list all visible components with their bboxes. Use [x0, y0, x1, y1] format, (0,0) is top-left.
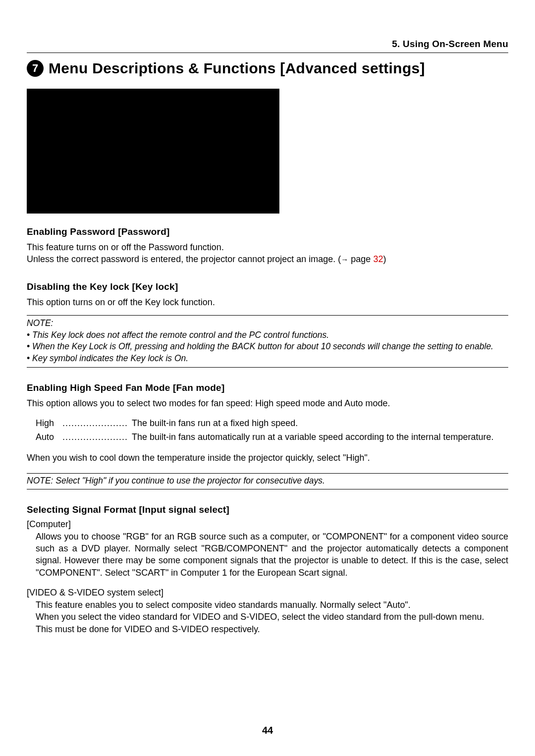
section-number-badge: 7 [27, 60, 44, 77]
keylock-body: This option turns on or off the Key lock… [27, 296, 508, 308]
fan-high-label: High [36, 417, 60, 431]
chapter-header: 5. Using On-Screen Menu [27, 39, 508, 53]
keylock-heading: Disabling the Key lock [Key lock] [27, 281, 508, 292]
password-line2b: page [348, 254, 373, 264]
fan-mode-list: High ...................... The built-in… [36, 417, 508, 444]
signal-video-body: This feature enables you to select compo… [36, 599, 508, 635]
dots-leader: ...................... [62, 431, 128, 444]
section-title: Menu Descriptions & Functions [Advanced … [49, 60, 425, 77]
password-line2c: ) [383, 254, 386, 264]
keylock-note-1: • This Key lock does not affect the remo… [27, 329, 508, 341]
password-heading: Enabling Password [Password] [27, 226, 508, 237]
signal-computer-label: [Computer] [27, 519, 508, 530]
password-body: This feature turns on or off the Passwor… [27, 241, 508, 266]
fan-row-high: High ...................... The built-in… [36, 417, 508, 431]
signal-video-line2: When you select the video standard for V… [36, 612, 484, 622]
keylock-note-2: • When the Key Lock is Off, pressing and… [27, 341, 508, 353]
signal-heading: Selecting Signal Format [Input signal se… [27, 504, 508, 515]
fan-high-desc: The built-in fans run at a fixed high sp… [132, 417, 298, 431]
password-line1: This feature turns on or off the Passwor… [27, 242, 224, 252]
password-line2a: Unless the correct password is entered, … [27, 254, 341, 264]
fan-auto-label: Auto [36, 431, 60, 444]
fan-body: This option allows you to select two mod… [27, 397, 508, 409]
page-container: 5. Using On-Screen Menu 7 Menu Descripti… [0, 0, 535, 756]
page-reference-link[interactable]: 32 [373, 254, 383, 264]
fan-note: NOTE: Select "High" if you continue to u… [27, 473, 508, 489]
signal-video-line1: This feature enables you to select compo… [36, 600, 411, 610]
menu-screenshot-placeholder [27, 89, 279, 214]
note-label: NOTE: [27, 318, 508, 329]
signal-video-label: [VIDEO & S-VIDEO system select] [27, 588, 508, 598]
page-number: 44 [0, 725, 535, 736]
fan-row-auto: Auto ...................... The built-in… [36, 431, 508, 444]
section-title-row: 7 Menu Descriptions & Functions [Advance… [27, 60, 508, 77]
fan-auto-desc: The built-in fans automatically run at a… [132, 431, 493, 444]
signal-computer-body: Allows you to choose "RGB" for an RGB so… [36, 531, 508, 579]
fan-heading: Enabling High Speed Fan Mode [Fan mode] [27, 382, 508, 393]
arrow-icon: → [341, 255, 348, 264]
keylock-note-block: NOTE: • This Key lock does not affect th… [27, 315, 508, 368]
dots-leader: ...................... [62, 417, 128, 431]
signal-video-line3: This must be done for VIDEO and S-VIDEO … [36, 624, 260, 634]
fan-after-text: When you wish to cool down the temperatu… [27, 452, 508, 464]
keylock-note-3: • Key symbol indicates the Key lock is O… [27, 353, 508, 365]
